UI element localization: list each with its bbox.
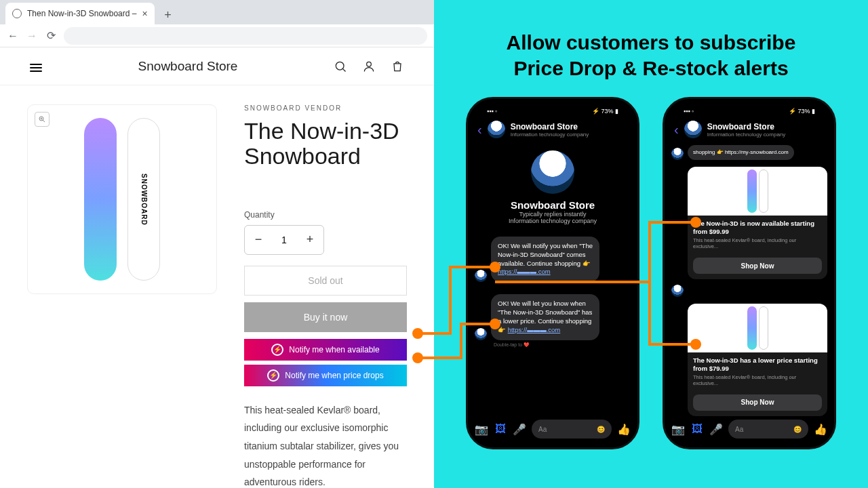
cart-icon[interactable] bbox=[391, 60, 404, 73]
messenger-icon: ⚡ bbox=[271, 344, 283, 356]
card-desc: This heat-sealed Kevlar® board, includin… bbox=[693, 237, 822, 249]
like-icon[interactable]: 👍 bbox=[814, 422, 827, 436]
emoji-icon[interactable]: 😊 bbox=[597, 426, 605, 433]
double-tap-hint: Double-tap to ❤️ bbox=[494, 342, 631, 348]
svg-line-4 bbox=[43, 120, 45, 122]
store-name: Snowboard Store bbox=[42, 59, 334, 74]
connector-line bbox=[460, 323, 494, 325]
globe-icon bbox=[12, 9, 22, 18]
notify-available-label: Notify me when available bbox=[289, 345, 379, 354]
browser-tabbar: Then Now-in-3D Snowboard – × + bbox=[0, 0, 434, 24]
tab-title: Then Now-in-3D Snowboard – bbox=[27, 9, 136, 18]
notify-price-label: Notify me when price drops bbox=[285, 371, 383, 380]
product-image[interactable]: SNOWBOARD bbox=[27, 104, 217, 294]
avatar bbox=[475, 270, 487, 282]
snowboard-graphic-2: SNOWBOARD bbox=[127, 118, 160, 281]
chat-store-sub: Information technology company bbox=[511, 131, 589, 138]
zoom-icon[interactable] bbox=[35, 112, 50, 127]
intro-replies: Typically replies instantly bbox=[475, 211, 631, 218]
store-header: Snowboard Store bbox=[0, 47, 434, 85]
back-icon[interactable]: ‹ bbox=[477, 122, 482, 138]
avatar bbox=[488, 121, 505, 138]
intro-sub: Information technology company bbox=[475, 218, 631, 224]
shop-now-button[interactable]: Shop Now bbox=[693, 258, 822, 274]
card-image bbox=[688, 167, 827, 216]
gallery-icon[interactable]: 🖼 bbox=[494, 422, 507, 436]
connector-line bbox=[648, 222, 651, 344]
snowboard-graphic-1 bbox=[84, 118, 117, 281]
message-snippet: shopping 👉 https://my-snowboard.com bbox=[688, 145, 794, 160]
card-image bbox=[688, 304, 827, 352]
chat-store-name: Snowboard Store bbox=[707, 122, 786, 131]
message-bubble: OK! We will let you know when "The Now-i… bbox=[491, 294, 599, 340]
camera-icon[interactable]: 📷 bbox=[671, 422, 685, 436]
back-button[interactable]: ← bbox=[7, 30, 19, 42]
sold-out-button: Sold out bbox=[244, 266, 407, 296]
chat-input[interactable]: Aa😊 bbox=[532, 420, 612, 439]
chat-intro: Snowboard Store Typically replies instan… bbox=[475, 150, 631, 224]
svg-line-1 bbox=[342, 68, 345, 71]
chat-header: ‹ Snowboard Store Information technology… bbox=[475, 117, 631, 145]
avatar bbox=[671, 285, 684, 297]
mic-icon[interactable]: 🎤 bbox=[513, 422, 526, 436]
qty-value: 1 bbox=[272, 235, 296, 245]
chat-store-name: Snowboard Store bbox=[511, 122, 589, 131]
new-tab-button[interactable]: + bbox=[159, 5, 178, 24]
address-bar[interactable] bbox=[64, 27, 427, 45]
card-desc: This heat-sealed Kevlar® board, includin… bbox=[693, 374, 822, 386]
messenger-icon: ⚡ bbox=[267, 369, 279, 382]
account-icon[interactable] bbox=[362, 60, 376, 73]
chat-message-1: OK! We will notify you when "The Now-in-… bbox=[475, 237, 631, 282]
svg-point-2 bbox=[367, 62, 372, 66]
avatar-large bbox=[531, 150, 574, 194]
like-icon[interactable]: 👍 bbox=[617, 422, 631, 436]
phone-mockup-2: ▪▪▪ ◦ 9:17 AM ⚡ 73% ▮ ‹ Snowboard Store … bbox=[663, 97, 836, 449]
chat-message-2: OK! We will let you know when "The Now-i… bbox=[475, 294, 631, 340]
product-title: The Now-in-3D Snowboard bbox=[244, 119, 407, 169]
product-page: SNOWBOARD SNOWBOARD VENDOR The Now-in-3D… bbox=[0, 85, 434, 488]
connector-line bbox=[460, 323, 462, 359]
browser-tab[interactable]: Then Now-in-3D Snowboard – × bbox=[5, 3, 155, 24]
browser-toolbar: ← → ⟳ bbox=[0, 24, 434, 47]
product-description: This heat-sealed Kevlar® board, includin… bbox=[244, 401, 407, 488]
message-bubble: OK! We will notify you when "The Now-in-… bbox=[491, 237, 599, 282]
buy-now-button[interactable]: Buy it now bbox=[244, 302, 407, 332]
qty-decrease-button[interactable]: − bbox=[245, 232, 272, 247]
chat-input-bar: 📷 🖼 🎤 Aa😊 👍 bbox=[475, 418, 631, 441]
vendor-label: SNOWBOARD VENDOR bbox=[244, 104, 407, 112]
notify-price-button[interactable]: ⚡ Notify me when price drops bbox=[244, 365, 407, 386]
shop-now-button[interactable]: Shop Now bbox=[693, 394, 822, 411]
connector-line bbox=[418, 357, 462, 359]
qty-increase-button[interactable]: + bbox=[296, 232, 323, 247]
chat-input[interactable]: Aa😊 bbox=[728, 420, 808, 439]
connector-line bbox=[495, 281, 651, 283]
promo-headline: Allow customers to subscribe Price Drop … bbox=[434, 30, 868, 81]
phone-mockup-1: ▪▪▪ ◦ 9:17 AM ⚡ 73% ▮ ‹ Snowboard Store … bbox=[466, 97, 639, 449]
camera-icon[interactable]: 📷 bbox=[475, 422, 488, 436]
notify-available-button[interactable]: ⚡ Notify me when available bbox=[244, 339, 407, 361]
close-tab-icon[interactable]: × bbox=[142, 8, 147, 19]
back-icon[interactable]: ‹ bbox=[674, 122, 679, 138]
quantity-label: Quantity bbox=[244, 210, 407, 220]
menu-icon[interactable] bbox=[30, 62, 42, 71]
gallery-icon[interactable]: 🖼 bbox=[690, 422, 704, 436]
product-card-1[interactable]: The Now-in-3D is now available starting … bbox=[688, 167, 827, 279]
forward-button[interactable]: → bbox=[26, 30, 38, 42]
mic-icon[interactable]: 🎤 bbox=[709, 422, 723, 436]
message-link[interactable]: https://▬▬▬.com bbox=[498, 268, 551, 275]
product-card-2[interactable]: The Now-in-3D has a lower price starting… bbox=[688, 304, 827, 416]
chat-header: ‹ Snowboard Store Information technology… bbox=[671, 117, 827, 145]
avatar bbox=[684, 121, 702, 138]
browser-window: Then Now-in-3D Snowboard – × + ← → ⟳ Sno… bbox=[0, 0, 434, 488]
reload-button[interactable]: ⟳ bbox=[45, 29, 57, 42]
avatar bbox=[671, 148, 684, 160]
search-icon[interactable] bbox=[334, 60, 347, 73]
quantity-stepper: − 1 + bbox=[244, 225, 324, 255]
intro-name: Snowboard Store bbox=[475, 199, 631, 211]
connector-line bbox=[449, 267, 452, 335]
chat-input-bar: 📷 🖼 🎤 Aa😊 👍 bbox=[671, 418, 827, 441]
card-title: The Now-in-3D has a lower price starting… bbox=[693, 357, 822, 373]
message-link[interactable]: https://▬▬▬.com bbox=[508, 326, 561, 333]
card-title: The Now-in-3D is now available starting … bbox=[693, 220, 822, 236]
emoji-icon[interactable]: 😊 bbox=[793, 426, 802, 433]
